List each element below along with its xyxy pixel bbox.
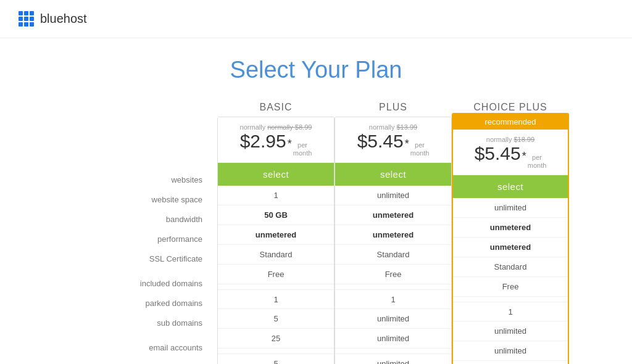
- plan-choice-plus: CHOICE PLUS recommended normally $18.99 …: [452, 96, 569, 364]
- basic-email-accounts: 5: [218, 354, 334, 364]
- cp-websites: unlimited: [453, 198, 568, 218]
- basic-ssl: Free: [218, 265, 334, 284]
- cp-included-domains: 1: [453, 302, 568, 321]
- header: bluehost: [0, 0, 632, 38]
- plans-container: websites website space bandwidth perform…: [0, 96, 632, 364]
- plus-included-domains: 1: [335, 289, 451, 309]
- plan-basic-period: permonth: [293, 141, 312, 157]
- plus-performance: Standard: [335, 245, 451, 265]
- feature-labels: websites website space bandwidth perform…: [63, 96, 217, 364]
- logo-text: bluehost: [40, 12, 87, 26]
- plan-basic-normally: normally normally $8.99: [224, 123, 328, 131]
- plan-basic: BASIC normally normally $8.99 $2.95 * pe…: [217, 96, 335, 364]
- plan-plus-select-button[interactable]: select: [335, 163, 451, 186]
- cp-sub-domains: unlimited: [453, 341, 568, 361]
- cp-performance: Standard: [453, 257, 568, 277]
- plan-plus-title: PLUS: [335, 96, 452, 113]
- plan-plus-asterisk: *: [405, 138, 409, 151]
- cp-parked-domains: unlimited: [453, 321, 568, 341]
- label-email-accounts: email accounts: [63, 337, 205, 357]
- recommended-badge: recommended: [453, 114, 568, 130]
- label-bandwidth: bandwidth: [63, 209, 205, 229]
- plan-plus-period: permonth: [410, 141, 430, 157]
- plan-choice-plus-asterisk: *: [522, 150, 526, 163]
- plus-websites: unlimited: [335, 186, 451, 205]
- plus-parked-domains: unlimited: [335, 309, 451, 329]
- cp-bandwidth: unmetered: [453, 238, 568, 257]
- label-performance: performance: [63, 229, 205, 249]
- plan-basic-price-box: normally normally $8.99 $2.95 * permonth: [218, 117, 334, 163]
- cp-ssl: Free: [453, 277, 568, 297]
- basic-sub-domains: 25: [218, 329, 334, 349]
- plan-choice-plus-normally: normally $18.99: [459, 136, 562, 143]
- plan-choice-plus-select-button[interactable]: select: [453, 175, 568, 198]
- plan-choice-plus-card: recommended normally $18.99 $5.45 * perm…: [452, 113, 569, 364]
- plus-email-accounts: unlimited: [335, 354, 451, 364]
- logo-icon: [19, 11, 34, 27]
- basic-included-domains: 1: [218, 289, 334, 309]
- plan-choice-plus-price: $5.45: [475, 143, 521, 164]
- basic-website-space: 50 GB: [218, 205, 334, 225]
- plan-choice-plus-period: permonth: [528, 154, 547, 170]
- label-sub-domains: sub domains: [63, 313, 205, 333]
- plan-choice-plus-price-box: normally $18.99 $5.45 * permonth: [453, 130, 568, 175]
- plus-ssl: Free: [335, 265, 451, 284]
- plan-plus-card: normally $13.99 $5.45 * permonth select …: [335, 117, 452, 364]
- label-included-domains: included domains: [63, 273, 205, 293]
- plus-bandwidth: unmetered: [335, 225, 451, 245]
- basic-websites: 1: [218, 186, 334, 205]
- plan-basic-card: normally normally $8.99 $2.95 * permonth…: [217, 117, 335, 364]
- basic-bandwidth: unmetered: [218, 225, 334, 245]
- plan-basic-asterisk: *: [288, 138, 292, 151]
- plan-choice-plus-price-row: $5.45 * permonth: [459, 143, 562, 170]
- label-ssl: SSL Certificate: [63, 249, 205, 268]
- plan-basic-select-button[interactable]: select: [218, 163, 334, 186]
- plan-plus: PLUS normally $13.99 $5.45 * permonth se…: [335, 96, 452, 364]
- label-parked-domains: parked domains: [63, 293, 205, 313]
- page-title: Select Your Plan: [0, 57, 632, 83]
- basic-parked-domains: 5: [218, 309, 334, 329]
- plan-plus-price-box: normally $13.99 $5.45 * permonth: [335, 117, 451, 163]
- plan-basic-title: BASIC: [217, 96, 335, 113]
- plan-basic-price: $2.95: [240, 131, 286, 152]
- plus-website-space: unmetered: [335, 205, 451, 225]
- basic-performance: Standard: [218, 245, 334, 265]
- plan-plus-price-row: $5.45 * permonth: [341, 131, 445, 157]
- plus-sub-domains: unlimited: [335, 329, 451, 349]
- label-websites: websites: [63, 170, 205, 189]
- plan-choice-plus-title: CHOICE PLUS: [452, 96, 569, 113]
- plan-plus-price: $5.45: [357, 131, 404, 152]
- plan-basic-price-row: $2.95 * permonth: [224, 131, 328, 157]
- label-email-storage: email storage: [63, 357, 205, 364]
- label-website-space: website space: [63, 189, 205, 209]
- plan-plus-normally: normally $13.99: [341, 123, 445, 131]
- cp-website-space: unmetered: [453, 218, 568, 238]
